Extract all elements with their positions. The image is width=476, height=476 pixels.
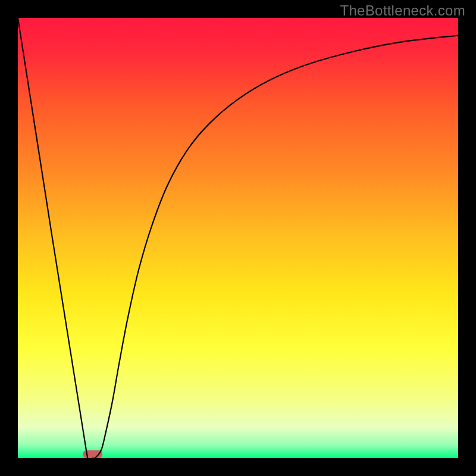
watermark-text: TheBottleneck.com	[340, 2, 465, 19]
chart-background	[18, 18, 458, 458]
chart-svg	[18, 18, 458, 458]
chart-frame: TheBottleneck.com	[0, 0, 476, 476]
